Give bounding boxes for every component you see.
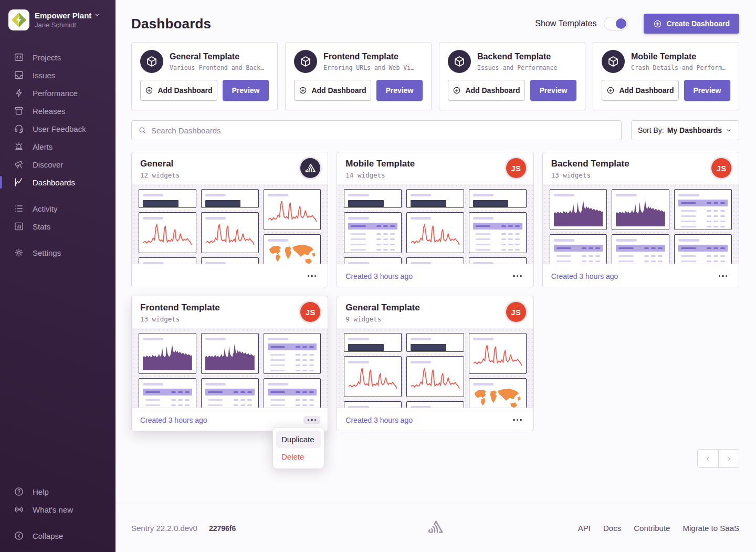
dashboards-icon bbox=[14, 177, 24, 188]
stats-icon bbox=[14, 221, 24, 232]
widget-table bbox=[139, 257, 196, 264]
card-options-button[interactable] bbox=[509, 416, 526, 424]
sidebar-item-label: Dashboards bbox=[33, 178, 75, 187]
preview-button[interactable]: Preview bbox=[530, 80, 576, 101]
plus-circle-icon bbox=[145, 86, 153, 95]
user-avatar: JS bbox=[711, 158, 731, 178]
sidebar-item-releases[interactable]: Releases bbox=[0, 102, 116, 120]
dashboard-preview[interactable] bbox=[132, 328, 328, 408]
previous-page-button[interactable] bbox=[698, 450, 718, 467]
sidebar-item-activity[interactable]: Activity bbox=[0, 200, 116, 217]
widget-table bbox=[406, 257, 464, 264]
sidebar-item-what-s-new[interactable]: What's new bbox=[0, 501, 116, 518]
sidebar-item-label: Activity bbox=[33, 204, 58, 213]
sort-by-label: Sort By: bbox=[638, 126, 664, 134]
menu-item-duplicate[interactable]: Duplicate bbox=[276, 431, 321, 448]
preview-button[interactable]: Preview bbox=[376, 80, 423, 101]
page-title: Dashboards bbox=[131, 16, 211, 32]
template-description: Various Frontend and Back… bbox=[170, 64, 264, 71]
sidebar-item-alerts[interactable]: Alerts bbox=[0, 138, 116, 155]
releases-icon bbox=[14, 106, 24, 116]
dashboard-title[interactable]: Mobile Template bbox=[345, 159, 524, 169]
sidebar-item-discover[interactable]: Discover bbox=[0, 155, 116, 173]
template-card-mobile-template: Mobile TemplateCrash Details and Perform… bbox=[593, 42, 739, 110]
dashboard-preview[interactable] bbox=[337, 184, 533, 264]
build-hash: 22796f6 bbox=[209, 524, 236, 533]
next-page-button[interactable] bbox=[718, 450, 739, 467]
sidebar-item-settings[interactable]: Settings bbox=[0, 244, 116, 262]
sidebar-item-dashboards[interactable]: Dashboards bbox=[0, 173, 116, 191]
show-templates-toggle[interactable] bbox=[604, 17, 628, 30]
add-dashboard-button[interactable]: Add Dashboard bbox=[140, 80, 217, 101]
widget-table bbox=[344, 212, 402, 253]
preview-button[interactable]: Preview bbox=[684, 80, 730, 101]
widget-table bbox=[406, 401, 464, 408]
template-card-general-template: General TemplateVarious Frontend and Bac… bbox=[131, 42, 278, 110]
dashboard-card-frontend-template: Frontend Template13 widgetsJSCreated 3 h… bbox=[131, 296, 328, 431]
dashboard-title[interactable]: General Template bbox=[345, 303, 524, 313]
user-avatar: JS bbox=[506, 158, 526, 178]
card-options-button[interactable] bbox=[509, 272, 526, 280]
sidebar-item-label: What's new bbox=[33, 505, 73, 514]
dashboard-preview[interactable] bbox=[132, 184, 328, 264]
sort-by-dropdown[interactable]: Sort By: My Dashboards bbox=[631, 120, 739, 140]
footer-links: APIDocsContributeMigrate to SaaS bbox=[578, 524, 739, 533]
menu-item-delete[interactable]: Delete bbox=[276, 448, 321, 465]
add-dashboard-button[interactable]: Add Dashboard bbox=[448, 80, 525, 101]
widget-table bbox=[674, 234, 732, 264]
template-card-backend-template: Backend TemplateIssues and PerformanceAd… bbox=[439, 42, 585, 110]
card-options-button[interactable] bbox=[715, 272, 732, 280]
search-dashboards-field[interactable] bbox=[131, 120, 622, 140]
plus-circle-icon bbox=[453, 86, 461, 95]
dashboard-preview[interactable] bbox=[337, 328, 533, 408]
add-dashboard-button[interactable]: Add Dashboard bbox=[602, 80, 679, 101]
footer-link-api[interactable]: API bbox=[578, 524, 591, 533]
sidebar-item-issues[interactable]: Issues bbox=[0, 66, 116, 84]
performance-icon bbox=[14, 88, 24, 98]
dashboard-title[interactable]: General bbox=[140, 159, 319, 169]
add-dashboard-label: Add Dashboard bbox=[465, 86, 520, 95]
sidebar-item-user-feedback[interactable]: User Feedback bbox=[0, 120, 116, 138]
created-timestamp: Created 3 hours ago bbox=[551, 272, 618, 280]
collapse-icon bbox=[14, 530, 24, 541]
widget-count: 12 widgets bbox=[140, 171, 319, 179]
widget-count: 9 widgets bbox=[345, 315, 524, 323]
org-switcher[interactable]: Empower Plant Jane Schmidt bbox=[0, 0, 116, 38]
sidebar-item-stats[interactable]: Stats bbox=[0, 217, 116, 235]
plus-circle-icon bbox=[299, 86, 307, 95]
dashboard-preview[interactable] bbox=[543, 184, 739, 264]
template-cube-icon bbox=[448, 50, 471, 73]
card-options-button[interactable] bbox=[303, 272, 321, 280]
footer-link-contribute[interactable]: Contribute bbox=[634, 524, 670, 533]
widget-map bbox=[264, 234, 321, 264]
create-dashboard-button[interactable]: Create Dashboard bbox=[644, 14, 739, 34]
sidebar-item-collapse[interactable]: Collapse bbox=[0, 527, 116, 545]
footer-link-migrate-to-saas[interactable]: Migrate to SaaS bbox=[682, 524, 739, 533]
widget-table bbox=[344, 401, 402, 408]
widget-table bbox=[674, 189, 732, 230]
sidebar-item-performance[interactable]: Performance bbox=[0, 84, 116, 102]
plus-circle-icon bbox=[653, 19, 662, 28]
sidebar-item-projects[interactable]: Projects bbox=[0, 48, 116, 66]
sidebar-item-label: Projects bbox=[33, 53, 61, 62]
dashboard-title[interactable]: Backend Template bbox=[551, 159, 730, 169]
search-input[interactable] bbox=[151, 126, 615, 135]
sidebar-bottom: HelpWhat's newCollapse bbox=[0, 483, 116, 552]
footer-link-docs[interactable]: Docs bbox=[603, 524, 621, 533]
card-options-button[interactable] bbox=[303, 416, 321, 424]
sidebar-item-help[interactable]: Help bbox=[0, 483, 116, 501]
preview-button[interactable]: Preview bbox=[223, 80, 269, 101]
toggle-knob bbox=[616, 18, 626, 29]
org-logo-icon bbox=[8, 9, 29, 30]
org-name: Empower Plant bbox=[35, 11, 91, 20]
sidebar-item-label: Stats bbox=[33, 222, 50, 231]
add-dashboard-button[interactable]: Add Dashboard bbox=[294, 80, 371, 101]
sidebar-item-label: Settings bbox=[33, 248, 61, 257]
template-row: General TemplateVarious Frontend and Bac… bbox=[131, 42, 739, 110]
widget-count: 13 widgets bbox=[551, 171, 730, 179]
user-feedback-icon bbox=[14, 123, 24, 134]
dashboard-title[interactable]: Frontend Template bbox=[140, 303, 319, 313]
widget-bignum bbox=[469, 189, 527, 208]
dashboard-grid: General12 widgetsMobile Template14 widge… bbox=[131, 152, 739, 431]
chevron-down-icon bbox=[93, 11, 101, 20]
